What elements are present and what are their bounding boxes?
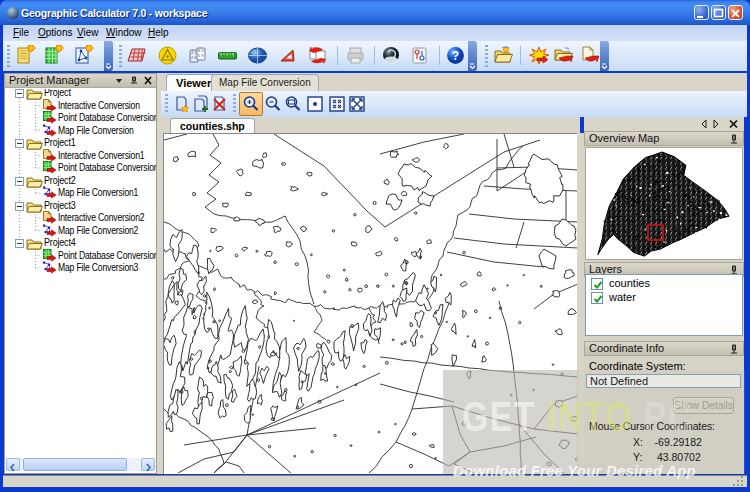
- svg-text:2 6: 2 6: [191, 55, 197, 60]
- svg-text:5 9: 5 9: [198, 53, 204, 58]
- svg-text:?: ?: [452, 49, 459, 63]
